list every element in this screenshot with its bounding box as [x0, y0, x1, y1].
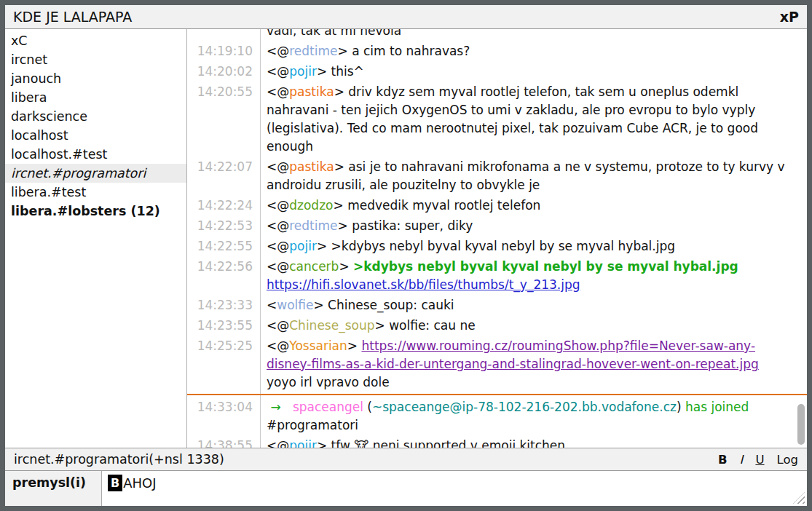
- text-segment: <@: [267, 259, 289, 274]
- chat-message: 14:38:55<@pojir> tfw 🐮 neni supported v …: [187, 437, 807, 448]
- chat-message: 14:22:24<@dzodzo> medvedik myval rootlej…: [187, 197, 807, 215]
- chat-area: vadi, tak at mi nevola14:19:10<@redtime>…: [187, 29, 807, 448]
- message-timestamp: 14:23:33: [187, 296, 260, 314]
- nick: pastika: [289, 84, 334, 99]
- sidebar-item-xc[interactable]: xC: [5, 31, 186, 50]
- message-timestamp: 14:22:53: [187, 217, 260, 235]
- nick: redtime: [289, 44, 337, 58]
- sidebar-item-libera-lobsters-12-[interactable]: libera.#lobsters (12): [5, 202, 186, 221]
- text-segment: <@: [267, 438, 289, 448]
- message-text: <@redtime> pastika: super, diky: [260, 217, 807, 235]
- message-link[interactable]: https://hifi.slovanet.sk/bb/files/thumbs…: [267, 277, 580, 292]
- message-timestamp: 14:25:25: [187, 337, 260, 392]
- chat-message: 14:23:55<@Chinese_soup> wolfie: cau ne: [187, 317, 807, 335]
- text-segment: <@: [267, 318, 289, 333]
- text-segment: > Chinese_soup: cauki: [313, 298, 454, 312]
- text-segment: vadi, tak at mi nevola: [267, 29, 401, 38]
- message-text: → spaceangel (~spaceange@ip-78-102-216-2…: [260, 398, 807, 435]
- text-segment: <@: [267, 338, 289, 353]
- text-segment: ): [677, 400, 685, 414]
- nick-label: premysl(i): [5, 471, 102, 506]
- sidebar-item-libera[interactable]: libera: [5, 88, 186, 107]
- chat-message: 14:20:02<@pojir> this^: [187, 63, 807, 81]
- status-topic: ircnet.#programatori(+nsl 1338): [14, 452, 224, 467]
- nick: cancerb: [289, 259, 339, 274]
- message-timestamp: 14:22:07: [187, 158, 260, 194]
- text-segment: >: [339, 259, 353, 274]
- sidebar-item-localhost-test[interactable]: localhost.#test: [5, 145, 186, 164]
- message-text: <@cancerb> >kdybys nebyl byval kyval neb…: [260, 258, 807, 294]
- scrollbar-thumb[interactable]: [797, 404, 805, 445]
- message-timestamp: 14:38:55: [187, 437, 260, 448]
- sidebar-item-ircnet[interactable]: ircnet: [5, 50, 186, 69]
- text-segment: > this^: [317, 64, 364, 79]
- window-title: KDE JE LALAPAPA: [13, 9, 132, 25]
- sidebar-item-janouch[interactable]: janouch: [5, 69, 186, 88]
- nick: Chinese_soup: [289, 318, 374, 333]
- text-segment: >kdybys nebyl byval kyval nebyl by se my…: [353, 259, 738, 274]
- text-segment: > wolfie: cau ne: [375, 318, 476, 333]
- message-text: <@pastika> asi je to nahravani mikrofona…: [260, 158, 807, 194]
- text-segment: ~spaceange@ip-78-102-216-202.bb.vodafone…: [372, 400, 677, 414]
- message-input[interactable]: BAHOJ: [102, 471, 807, 506]
- message-timestamp: 14:20:02: [187, 63, 260, 81]
- sidebar-item-libera-test[interactable]: libera.#test: [5, 183, 186, 202]
- message-timestamp: 14:22:55: [187, 237, 260, 256]
- nick: dzodzo: [289, 198, 333, 213]
- message-text: <@Yossarian> https://www.rouming.cz/roum…: [260, 337, 807, 392]
- buffer-list: xCircnetjanouchliberadarksciencelocalhos…: [5, 29, 187, 448]
- chat-message: 14:22:53<@redtime> pastika: super, diky: [187, 217, 807, 235]
- underline-button[interactable]: U: [755, 453, 764, 467]
- resize-grip[interactable]: [793, 492, 805, 504]
- message-text: <@pastika> driv kdyz sem myval rootlej t…: [260, 83, 807, 156]
- input-text: AHOJ: [123, 475, 156, 491]
- text-segment: > pastika: super, diky: [338, 218, 473, 233]
- text-segment: <@: [267, 159, 289, 174]
- bold-control-char: B: [108, 475, 122, 491]
- chat-message: vadi, tak at mi nevola: [187, 29, 807, 40]
- unread-marker: [187, 394, 807, 395]
- message-text: vadi, tak at mi nevola: [260, 29, 807, 40]
- input-bar: premysl(i) BAHOJ: [5, 470, 807, 506]
- chat-message: 14:22:56<@cancerb> >kdybys nebyl byval k…: [187, 258, 807, 294]
- window-control-xp[interactable]: xP: [780, 9, 799, 25]
- nick: pojir: [289, 64, 317, 79]
- text-segment: >: [347, 338, 362, 353]
- nick: wolfie: [277, 298, 313, 312]
- sidebar-item-localhost[interactable]: localhost: [5, 126, 186, 145]
- sidebar-item-ircnet-programatori[interactable]: ircnet.#programatori: [5, 164, 186, 183]
- sidebar-item-darkscience[interactable]: darkscience: [5, 107, 186, 126]
- nick: spaceangel: [293, 400, 363, 414]
- message-timestamp: [187, 29, 260, 40]
- nick: pastika: [289, 159, 334, 174]
- nick: pojir: [289, 239, 317, 253]
- message-text: <@pojir> this^: [260, 63, 807, 81]
- message-text: <@Chinese_soup> wolfie: cau ne: [260, 317, 807, 335]
- message-timestamp: 14:22:24: [187, 197, 260, 215]
- chat-message: 14:20:55<@pastika> driv kdyz sem myval r…: [187, 83, 807, 156]
- chat-message: 14:33:04 → spaceangel (~spaceange@ip-78-…: [187, 398, 807, 435]
- bold-button[interactable]: B: [718, 453, 728, 467]
- message-timestamp: 14:23:55: [187, 317, 260, 335]
- message-text: <@dzodzo> medvedik myval rootlej telefon: [260, 197, 807, 215]
- chat-message: 14:22:55<@pojir> >kdybys nebyl byval kyv…: [187, 237, 807, 256]
- text-segment: <@: [267, 84, 289, 99]
- chat-message: 14:23:33<wolfie> Chinese_soup: cauki: [187, 296, 807, 314]
- message-text: <wolfie> Chinese_soup: cauki: [260, 296, 807, 314]
- chat-message: 14:22:07<@pastika> asi je to nahravani m…: [187, 158, 807, 194]
- titlebar: KDE JE LALAPAPA xP: [5, 5, 807, 29]
- message-timestamp: 14:22:56: [187, 258, 260, 294]
- text-segment: > a cim to nahravas?: [338, 44, 470, 58]
- message-timestamp: 14:33:04: [187, 398, 260, 435]
- text-segment: (: [363, 400, 372, 414]
- text-segment: > asi je to nahravani mikrofonama a ne v…: [267, 159, 789, 192]
- italic-button[interactable]: I: [740, 453, 744, 467]
- format-buttons: B I U Log: [718, 453, 798, 467]
- chat-log: vadi, tak at mi nevola14:19:10<@redtime>…: [187, 29, 807, 448]
- chat-message: 14:19:10<@redtime> a cim to nahravas?: [187, 42, 807, 60]
- text-segment: <@: [267, 218, 289, 233]
- main-area: xCircnetjanouchliberadarksciencelocalhos…: [5, 29, 807, 448]
- log-button[interactable]: Log: [777, 453, 798, 467]
- nick: redtime: [289, 218, 337, 233]
- text-segment: [738, 259, 742, 274]
